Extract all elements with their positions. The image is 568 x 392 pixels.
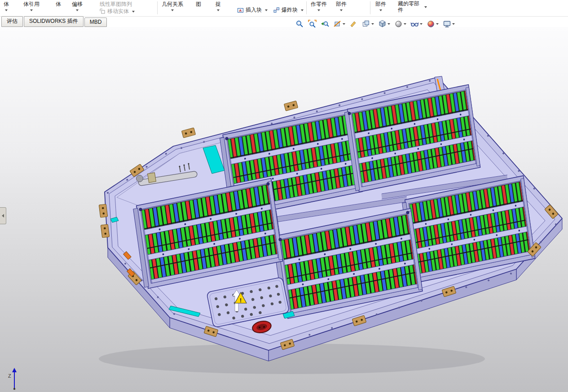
ribbon-separator [306, 1, 307, 14]
chevron-down-icon [265, 9, 268, 11]
heads-up-toolbar [295, 20, 455, 28]
view-orientation-icon [378, 20, 387, 28]
ribbon-label: 部件 [336, 0, 347, 8]
ribbon-label: 作零件 [311, 0, 327, 8]
explode-block-icon [273, 7, 280, 13]
chevron-down-icon [387, 23, 390, 25]
ribbon-label: 插入块 [246, 6, 262, 14]
chevron-down-icon [132, 11, 135, 13]
chevron-down-icon [5, 9, 8, 11]
chevron-left-icon [2, 214, 4, 218]
chevron-down-icon [424, 6, 427, 8]
edit-appearance-icon [427, 20, 435, 28]
commandmanager-tabs: 评估 SOLIDWORKS 插件 MBD [0, 17, 108, 27]
ribbon-label: 捉 [216, 0, 221, 8]
ribbon-separator [370, 1, 370, 14]
ribbon-item-insert-block[interactable]: A 插入块 [237, 6, 268, 14]
ribbon-item-assembly[interactable]: 部件 [336, 0, 347, 11]
command-ribbon: 体 体引用 体 偏移 线性草图阵列 移动实体 [0, 0, 568, 17]
ribbon-label: 图 [196, 0, 201, 8]
chevron-down-icon [171, 9, 174, 11]
ribbon-label: 线性草图阵列 [100, 0, 132, 8]
view-orientation-button[interactable] [378, 20, 390, 28]
ribbon-label: 几何关系 [162, 0, 183, 8]
ribbon-label: 藏的零部件 [398, 1, 421, 13]
ribbon-item-linear-sketch-pattern[interactable]: 线性草图阵列 [100, 0, 132, 8]
ribbon-item-display[interactable]: 图 [196, 0, 201, 8]
orientation-triad: Z [3, 365, 28, 391]
insert-block-icon: A [237, 7, 244, 13]
tab-evaluate[interactable]: 评估 [1, 16, 23, 27]
edit-appearance-button[interactable] [427, 20, 439, 28]
chevron-down-icon [379, 9, 382, 11]
section-view-icon [333, 20, 342, 28]
chevron-down-icon [404, 23, 406, 25]
svg-text:A: A [239, 9, 242, 13]
zoom-area-icon [308, 20, 317, 28]
z-axis-label: Z [8, 373, 11, 379]
hide-show-items-icon [410, 20, 419, 28]
chevron-down-icon [301, 9, 304, 11]
ribbon-label: 爆炸块 [282, 6, 298, 14]
z-axis-arrow [12, 368, 17, 372]
chevron-down-icon [420, 23, 423, 25]
annotation-view-icon [349, 20, 358, 28]
display-style-button[interactable] [394, 20, 406, 28]
move-entities-icon [100, 9, 106, 14]
ribbon-item-relations[interactable]: 几何关系 [162, 0, 183, 11]
battery-pack-model[interactable]: ! [99, 76, 562, 374]
view-selector-icon [362, 20, 370, 28]
tab-mbd[interactable]: MBD [84, 17, 107, 27]
chevron-down-icon [217, 9, 220, 11]
ribbon-label: 体引用 [23, 0, 40, 8]
ribbon-separator [157, 1, 158, 14]
zoom-fit-icon [295, 20, 304, 28]
ribbon-item-offset[interactable]: 偏移 [72, 0, 83, 11]
ribbon-item-body-reference[interactable]: 体引用 [23, 0, 40, 11]
ribbon-label: 体 [56, 0, 61, 8]
annotation-view-button[interactable] [349, 20, 358, 28]
ribbon-item-move-entities[interactable]: 移动实体 [100, 8, 135, 15]
chevron-down-icon [436, 23, 439, 25]
chevron-down-icon [340, 9, 343, 11]
ribbon-item-body2[interactable]: 体 [56, 0, 61, 8]
ribbon-item-capture[interactable]: 捉 [216, 0, 221, 11]
ribbon-item-assembly2[interactable]: 部件 [375, 0, 386, 11]
ribbon-label: 偏移 [72, 0, 83, 8]
chevron-down-icon [30, 9, 33, 11]
view-selector-button[interactable] [362, 20, 374, 28]
chevron-down-icon [452, 23, 455, 25]
hide-show-items-button[interactable] [410, 20, 423, 28]
left-panel-flyout-handle[interactable] [0, 207, 6, 224]
view-settings-button[interactable] [443, 20, 455, 28]
previous-view-button[interactable] [321, 20, 329, 28]
chevron-down-icon [76, 9, 79, 11]
ribbon-item-hidden-components[interactable]: 藏的零部件 [398, 1, 427, 13]
zoom-fit-button[interactable] [295, 20, 304, 28]
ribbon-item-make-part[interactable]: 作零件 [311, 0, 327, 11]
svg-text:!: ! [240, 297, 242, 304]
ribbon-label: 移动实体 [107, 8, 129, 15]
chevron-down-icon [371, 23, 374, 25]
app-header: 体 体引用 体 偏移 线性草图阵列 移动实体 [0, 0, 568, 27]
ribbon-label: 部件 [375, 0, 386, 8]
section-view-button[interactable] [333, 20, 345, 28]
display-style-icon [394, 20, 403, 28]
previous-view-icon [321, 20, 329, 28]
ribbon-item-explode-block[interactable]: 爆炸块 [273, 6, 304, 14]
3d-model-canvas[interactable]: ! [0, 0, 568, 392]
view-settings-icon [443, 20, 451, 28]
zoom-area-button[interactable] [308, 20, 317, 28]
ribbon-item-body[interactable]: 体 [4, 0, 9, 11]
ribbon-label: 体 [4, 0, 9, 8]
tab-solidworks-addins[interactable]: SOLIDWORKS 插件 [24, 16, 84, 27]
chevron-down-icon [317, 9, 320, 11]
chevron-down-icon [343, 23, 345, 25]
